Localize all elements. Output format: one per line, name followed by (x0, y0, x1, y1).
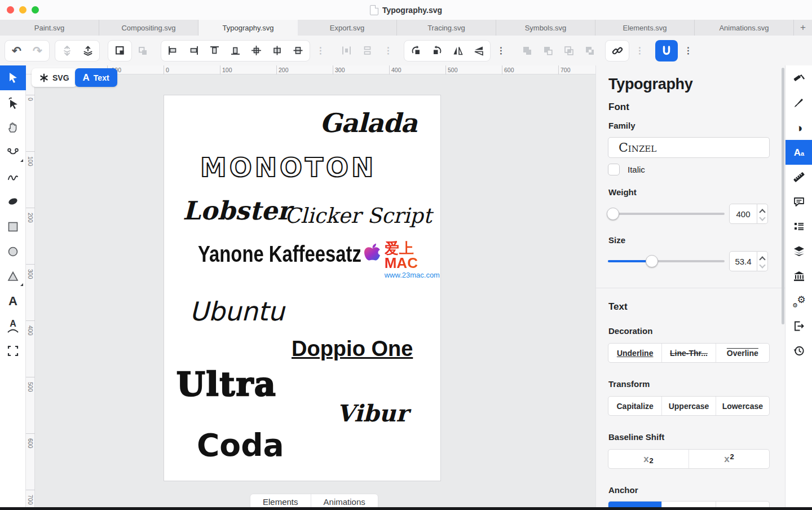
undo-button[interactable]: ↶ (6, 41, 27, 60)
breadcrumb-svg[interactable]: SVG (32, 68, 77, 87)
distribute-more-button[interactable]: ⋮ (378, 41, 399, 60)
triangle-tool[interactable] (0, 264, 26, 289)
font-sample-monoton[interactable]: MONOTON (200, 152, 376, 183)
node-editor-tool[interactable] (0, 140, 26, 165)
stepper-down-icon[interactable] (759, 214, 765, 221)
weight-slider[interactable] (608, 213, 725, 215)
select-tool[interactable] (0, 65, 26, 90)
distribute-horizontal-button[interactable] (336, 41, 357, 60)
font-sample-lobster[interactable]: Lobster (183, 196, 291, 226)
exclude-button[interactable] (579, 41, 600, 60)
tab-tracing[interactable]: Tracing.svg (397, 20, 496, 36)
generators-panel-button[interactable]: ⚙ ⚙ (785, 289, 812, 314)
stepper-down-icon[interactable] (759, 262, 765, 268)
import-button[interactable] (56, 41, 77, 60)
font-sample-ubuntu[interactable]: Ubuntu (189, 296, 284, 327)
new-tab-button[interactable]: + (794, 20, 812, 36)
comments-panel-button[interactable] (785, 190, 812, 214)
transform-capitalize-button[interactable]: Capitalize (608, 397, 662, 415)
rotate-cw-button[interactable] (426, 41, 447, 60)
align-center-horizontal-button[interactable] (267, 41, 288, 60)
weight-stepper[interactable] (757, 204, 768, 224)
snap-more-button[interactable]: ⋮ (678, 41, 699, 60)
align-center-vertical-button[interactable] (288, 41, 308, 60)
decoration-overline-button[interactable]: Overline (716, 344, 769, 362)
subtract-button[interactable] (537, 41, 558, 60)
history-panel-button[interactable] (785, 338, 812, 363)
align-center-both-button[interactable] (246, 41, 267, 60)
decoration-line-through-button[interactable]: Line-Thr... (662, 344, 716, 362)
ellipse-tool[interactable] (0, 239, 26, 264)
align-right-button[interactable] (183, 41, 204, 60)
tab-symbols[interactable]: Symbols.svg (496, 20, 595, 36)
tab-animations[interactable]: Animations.svg (695, 20, 794, 36)
snap-button[interactable] (655, 40, 678, 61)
redo-button[interactable]: ↷ (27, 41, 48, 60)
geometry-panel-button[interactable] (785, 165, 812, 190)
intersect-button[interactable] (558, 41, 579, 60)
size-slider[interactable] (608, 260, 725, 262)
typography-panel-button[interactable]: A a (785, 140, 812, 165)
blob-tool[interactable] (0, 190, 26, 214)
meta-panel-button[interactable] (785, 214, 812, 239)
weight-input[interactable] (729, 204, 757, 224)
tab-paint[interactable]: Paint.svg (0, 20, 99, 36)
flip-vertical-button[interactable] (468, 41, 489, 60)
export-panel-button[interactable] (785, 314, 812, 338)
superscript-button[interactable]: x 2 (689, 450, 769, 468)
export-button[interactable] (77, 41, 98, 60)
distribute-vertical-button[interactable] (357, 41, 378, 60)
font-sample-coda[interactable]: Coda (197, 427, 284, 463)
font-sample-galada[interactable]: Galada (320, 108, 417, 138)
align-more-button[interactable]: ⋮ (310, 41, 331, 60)
transform-lowercase-button[interactable]: Lowercase (716, 397, 769, 415)
objects-panel-button[interactable] (785, 239, 812, 264)
compositing-panel-button[interactable]: ◑ (785, 115, 812, 140)
font-sample-doppio-one[interactable]: Doppio One (292, 337, 413, 361)
font-sample-vibur[interactable]: Vibur (337, 400, 408, 427)
direct-select-tool[interactable] (0, 90, 26, 115)
bottom-panel-edge[interactable] (0, 507, 812, 510)
canvas[interactable]: Galada MONOTON Lobster Clicker Script Ya… (35, 74, 595, 510)
view-tool[interactable] (0, 338, 26, 363)
transform-uppercase-button[interactable]: Uppercase (662, 397, 716, 415)
font-sample-ultra[interactable]: Ultra (176, 365, 277, 403)
tab-export[interactable]: Export.svg (298, 20, 397, 36)
text-tool[interactable]: A (0, 289, 26, 314)
link-button[interactable] (607, 41, 628, 60)
weight-slider-thumb[interactable] (607, 208, 619, 220)
library-panel-button[interactable] (785, 264, 812, 289)
italic-checkbox[interactable] (608, 164, 620, 175)
panel-scrollbar[interactable] (782, 68, 784, 324)
size-stepper[interactable] (757, 251, 768, 271)
tab-typography[interactable]: Typography.svg (198, 20, 298, 36)
align-left-button[interactable] (162, 41, 183, 60)
rectangle-tool[interactable] (0, 214, 26, 239)
pencil-tool[interactable] (0, 165, 26, 190)
size-input[interactable] (729, 251, 757, 271)
align-top-button[interactable] (204, 41, 225, 60)
artboard-page[interactable]: Galada MONOTON Lobster Clicker Script Ya… (164, 95, 441, 481)
pan-tool[interactable] (0, 115, 26, 140)
link-more-button[interactable]: ⋮ (629, 41, 650, 60)
transform-more-button[interactable]: ⋮ (491, 41, 511, 60)
union-button[interactable] (517, 41, 537, 60)
fill-stroke-panel-button[interactable] (785, 65, 812, 90)
font-sample-clicker-script[interactable]: Clicker Script (285, 204, 432, 228)
flip-horizontal-button[interactable] (447, 41, 468, 60)
font-sample-yanone-kaffeesatz[interactable]: Yanone Kaffeesatz (198, 241, 361, 267)
align-bottom-button[interactable] (225, 41, 246, 60)
family-input[interactable] (608, 137, 770, 158)
duplicate-button[interactable] (132, 41, 153, 60)
breadcrumb-text[interactable]: A Text (75, 68, 117, 87)
paste-in-place-button[interactable] (109, 41, 130, 60)
stroke-brush-panel-button[interactable] (785, 90, 812, 115)
tab-compositing[interactable]: Compositing.svg (99, 20, 198, 36)
align-center-horizontal-icon (272, 45, 283, 56)
rotate-ccw-button[interactable] (405, 41, 426, 60)
size-slider-thumb[interactable] (646, 255, 658, 267)
tab-elements[interactable]: Elements.svg (595, 20, 695, 36)
text-on-path-tool[interactable]: A (0, 314, 26, 338)
subscript-button[interactable]: x 2 (608, 450, 689, 468)
decoration-underline-button[interactable]: Underline (608, 344, 662, 362)
